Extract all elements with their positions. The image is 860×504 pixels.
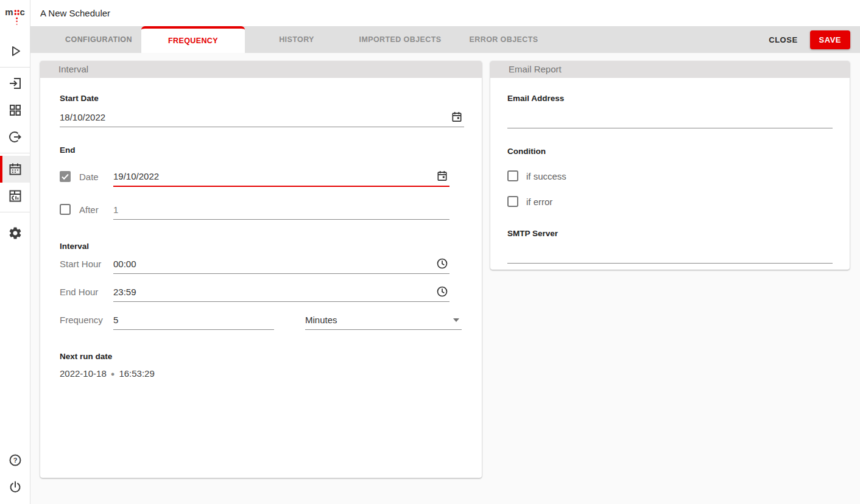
frequency-unit-select[interactable]: Minutes [305, 310, 462, 330]
sidebar-item-scheduler[interactable] [0, 156, 30, 183]
save-button[interactable]: SAVE [810, 30, 850, 49]
help-icon: ? [8, 453, 23, 467]
tab-error-objects[interactable]: ERROR OBJECTS [452, 26, 555, 53]
start-hour-field-wrap [113, 254, 449, 274]
calendar-picker-icon[interactable] [451, 111, 463, 123]
calendar-picker-icon[interactable] [436, 170, 448, 182]
end-label: End [60, 145, 464, 155]
sidebar-spacer [0, 247, 30, 447]
clock-icon[interactable] [436, 285, 448, 298]
sidebar-divider [0, 212, 30, 212]
sidebar-item-apps[interactable] [0, 97, 30, 124]
interval-card: Interval Start Date End [40, 61, 482, 478]
title-bar: A New Scheduler [30, 0, 860, 26]
tab-frequency[interactable]: FREQUENCY [141, 26, 245, 53]
end-hour-input[interactable] [113, 282, 449, 301]
end-date-row: Date [60, 167, 464, 187]
power-icon [8, 480, 23, 494]
sidebar-item-help[interactable]: ? [0, 447, 30, 474]
start-date-input[interactable] [60, 108, 464, 127]
frequency-label: Frequency [60, 315, 103, 325]
close-button[interactable]: CLOSE [765, 30, 801, 49]
logout-icon [8, 130, 23, 144]
frequency-input[interactable] [113, 310, 274, 329]
sidebar-divider [0, 153, 30, 153]
logo-letter-m: m [5, 9, 13, 16]
end-date-input[interactable] [113, 167, 449, 186]
tab-history[interactable]: HISTORY [245, 26, 348, 53]
sidebar-divider [0, 67, 30, 68]
interval-section-label: Interval [60, 242, 464, 251]
end-date-option-label: Date [79, 172, 99, 182]
chevron-down-icon [453, 318, 459, 322]
start-hour-input[interactable] [113, 254, 449, 273]
page-title: A New Scheduler [40, 8, 110, 18]
end-date-field-wrap [113, 167, 449, 187]
email-address-label: Email Address [507, 94, 833, 103]
clock-icon[interactable] [436, 257, 448, 270]
end-date-checkbox-checked[interactable] [60, 171, 71, 182]
condition-if-error[interactable]: if error [507, 196, 833, 207]
sidebar-item-report[interactable] [0, 183, 30, 209]
next-run-label: Next run date [60, 352, 464, 361]
login-icon [8, 76, 23, 91]
start-date-field-wrap [60, 108, 464, 127]
start-date-label: Start Date [60, 94, 464, 103]
logo-dots-icon [13, 9, 20, 27]
apps-grid-icon [8, 103, 23, 117]
report-widget-icon [8, 189, 23, 203]
end-after-field-wrap [113, 200, 449, 220]
interval-card-title: Interval [40, 61, 482, 78]
logo-letter-c: c [20, 9, 25, 16]
smtp-server-input[interactable] [507, 242, 833, 263]
app-root: m c [0, 0, 860, 504]
email-card-title: Email Report [490, 61, 850, 78]
sidebar-item-settings[interactable] [0, 220, 30, 247]
end-hour-row: End Hour [60, 282, 464, 302]
frequency-value-wrap [113, 310, 274, 330]
end-after-row: After [60, 200, 464, 220]
end-after-input[interactable] [113, 200, 449, 219]
sidebar-item-power[interactable] [0, 474, 30, 500]
next-run-value: 2022-10-18 ● 16:53:29 [60, 368, 464, 379]
if-success-checkbox-unchecked[interactable] [507, 170, 518, 181]
sidebar-item-play[interactable] [0, 38, 30, 65]
condition-if-success[interactable]: if success [507, 170, 833, 181]
smtp-server-field-wrap [507, 242, 833, 264]
email-report-card: Email Report Email Address Condition if … [490, 61, 850, 270]
app-logo[interactable]: m c [0, 0, 30, 38]
end-hour-field-wrap [113, 282, 449, 302]
play-icon [8, 44, 23, 58]
next-run-date: 2022-10-18 [60, 368, 107, 379]
next-run-time: 16:53:29 [119, 368, 154, 379]
main-area: Interval Start Date End [30, 53, 860, 504]
smtp-server-label: SMTP Server [507, 229, 833, 238]
end-hour-label: End Hour [60, 287, 98, 297]
content-column: A New Scheduler CONFIGURATION FREQUENCY … [30, 0, 860, 504]
if-error-checkbox-unchecked[interactable] [507, 196, 518, 207]
sidebar-item-login[interactable] [0, 70, 30, 97]
start-hour-row: Start Hour [60, 254, 464, 274]
calendar-icon [8, 162, 23, 177]
gear-icon [8, 226, 23, 240]
frequency-unit-value: Minutes [305, 310, 462, 329]
email-address-input[interactable] [507, 107, 833, 128]
tab-imported-objects[interactable]: IMPORTED OBJECTS [348, 26, 452, 53]
tab-bar: CONFIGURATION FREQUENCY HISTORY IMPORTED… [30, 26, 860, 53]
end-after-option-label: After [79, 205, 99, 215]
frequency-row: Frequency Minutes [60, 310, 464, 330]
email-address-field-wrap [507, 107, 833, 128]
tabbar-actions: CLOSE SAVE [765, 26, 860, 53]
svg-text:?: ? [13, 457, 17, 464]
next-run-separator: ● [111, 370, 115, 377]
sidebar: m c [0, 0, 30, 504]
if-success-label: if success [526, 171, 566, 181]
if-error-label: if error [526, 197, 552, 207]
start-hour-label: Start Hour [60, 259, 101, 269]
end-after-checkbox-unchecked[interactable] [60, 204, 71, 215]
tab-configuration[interactable]: CONFIGURATION [56, 26, 141, 53]
sidebar-item-logout[interactable] [0, 124, 30, 150]
condition-label: Condition [507, 147, 833, 156]
